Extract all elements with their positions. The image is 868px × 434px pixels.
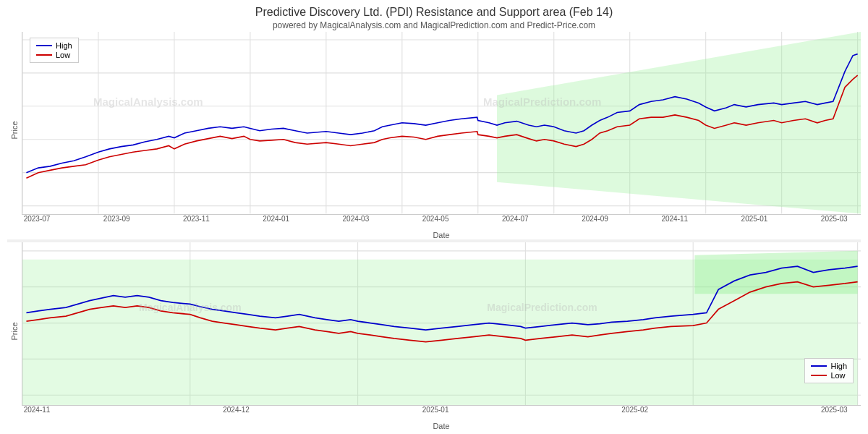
bottom-x-tick-4: 2025-02 bbox=[621, 406, 648, 414]
legend-high-label: High bbox=[56, 41, 72, 50]
bottom-legend-low-line bbox=[811, 375, 827, 376]
top-chart-legend: High Low bbox=[30, 38, 79, 63]
legend-low: Low bbox=[36, 51, 72, 59]
bottom-x-tick-3: 2025-01 bbox=[422, 406, 449, 414]
bottom-x-axis: 2024-11 2024-12 2025-01 2025-02 2025-03 bbox=[7, 406, 861, 422]
top-x-tick-10: 2025-01 bbox=[741, 215, 768, 223]
bottom-chart-wrapper: Price bbox=[7, 242, 861, 430]
top-x-axis-labels: 2023-07 2023-09 2023-11 2024-01 2024-03 … bbox=[36, 215, 861, 223]
top-chart-svg: 0.35 0.30 0.25 0.20 0.15 bbox=[22, 32, 861, 214]
top-x-axis-title: Date bbox=[7, 231, 861, 239]
charts-container: Price bbox=[0, 32, 868, 434]
top-x-tick-6: 2024-05 bbox=[422, 215, 449, 223]
bottom-legend-low-label: Low bbox=[830, 371, 845, 380]
bottom-x-axis-title: Date bbox=[7, 422, 861, 430]
bottom-prediction-cone bbox=[694, 250, 857, 293]
header: Predictive Discovery Ltd. (PDI) Resistan… bbox=[0, 0, 868, 32]
bottom-legend-high-line bbox=[811, 365, 827, 367]
top-x-tick-8: 2024-09 bbox=[582, 215, 608, 223]
top-x-tick-1: 2023-07 bbox=[24, 215, 51, 223]
legend-low-label: Low bbox=[56, 51, 70, 59]
page-container: Predictive Discovery Ltd. (PDI) Resistan… bbox=[0, 0, 868, 434]
top-x-tick-3: 2023-11 bbox=[183, 215, 210, 223]
bottom-x-tick-5: 2025-03 bbox=[821, 406, 848, 414]
prediction-band bbox=[497, 32, 861, 214]
top-x-tick-2: 2023-09 bbox=[103, 215, 130, 223]
top-x-tick-11: 2025-03 bbox=[821, 215, 848, 223]
bottom-chart-area: Price bbox=[7, 242, 861, 406]
bottom-chart-svg: 0.35 0.30 0.25 0.20 bbox=[22, 242, 861, 405]
top-chart-wrapper: Price bbox=[7, 32, 861, 239]
top-y-axis-label: Price bbox=[7, 32, 22, 215]
bottom-chart-legend: High Low bbox=[804, 358, 854, 383]
bottom-legend-low: Low bbox=[811, 371, 847, 380]
legend-high: High bbox=[36, 41, 72, 50]
bottom-x-axis-labels: 2024-11 2024-12 2025-01 2025-02 2025-03 bbox=[36, 406, 861, 414]
top-x-tick-7: 2024-07 bbox=[502, 215, 529, 223]
top-x-axis: 2023-07 2023-09 2023-11 2024-01 2024-03 … bbox=[7, 215, 861, 231]
legend-high-line bbox=[36, 45, 52, 46]
top-chart-inner: 0.35 0.30 0.25 0.20 0.15 bbox=[22, 32, 861, 215]
page-title: Predictive Discovery Ltd. (PDI) Resistan… bbox=[0, 6, 868, 19]
bottom-legend-high: High bbox=[811, 362, 847, 370]
bottom-legend-high-label: High bbox=[830, 362, 847, 370]
bottom-x-tick-2: 2024-12 bbox=[223, 406, 250, 414]
top-chart-area: Price bbox=[7, 32, 861, 215]
bottom-chart-inner: 0.35 0.30 0.25 0.20 bbox=[22, 242, 861, 406]
bottom-y-axis-label: Price bbox=[7, 242, 22, 406]
legend-low-line bbox=[36, 54, 52, 56]
page-subtitle: powered by MagicalAnalysis.com and Magic… bbox=[0, 20, 868, 30]
top-x-tick-9: 2024-11 bbox=[661, 215, 688, 223]
bottom-x-tick-1: 2024-11 bbox=[24, 406, 51, 414]
top-x-tick-4: 2024-01 bbox=[263, 215, 289, 223]
top-x-tick-5: 2024-03 bbox=[343, 215, 370, 223]
